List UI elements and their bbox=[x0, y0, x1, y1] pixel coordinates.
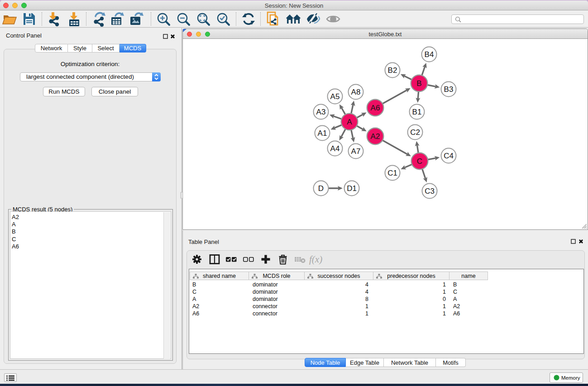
svg-text:C2: C2 bbox=[410, 128, 420, 137]
svg-text:C3: C3 bbox=[425, 187, 435, 195]
svg-text:A8: A8 bbox=[351, 88, 361, 96]
svg-text:A6: A6 bbox=[371, 104, 380, 112]
svg-text:A1: A1 bbox=[318, 129, 327, 138]
svg-text:A5: A5 bbox=[330, 92, 340, 101]
svg-text:D: D bbox=[318, 184, 324, 193]
svg-text:D1: D1 bbox=[347, 184, 357, 193]
svg-text:A: A bbox=[347, 118, 352, 126]
svg-text:B3: B3 bbox=[444, 85, 454, 94]
svg-text:B2: B2 bbox=[388, 66, 397, 75]
svg-text:A4: A4 bbox=[330, 144, 340, 153]
svg-text:B4: B4 bbox=[425, 50, 434, 59]
svg-text:B: B bbox=[416, 79, 421, 88]
svg-text:C1: C1 bbox=[387, 169, 397, 177]
svg-text:A2: A2 bbox=[371, 132, 380, 141]
svg-text:C4: C4 bbox=[444, 152, 454, 160]
svg-text:A3: A3 bbox=[316, 108, 326, 116]
svg-text:C: C bbox=[417, 157, 422, 166]
svg-text:B1: B1 bbox=[412, 108, 422, 116]
svg-text:A7: A7 bbox=[351, 147, 361, 156]
